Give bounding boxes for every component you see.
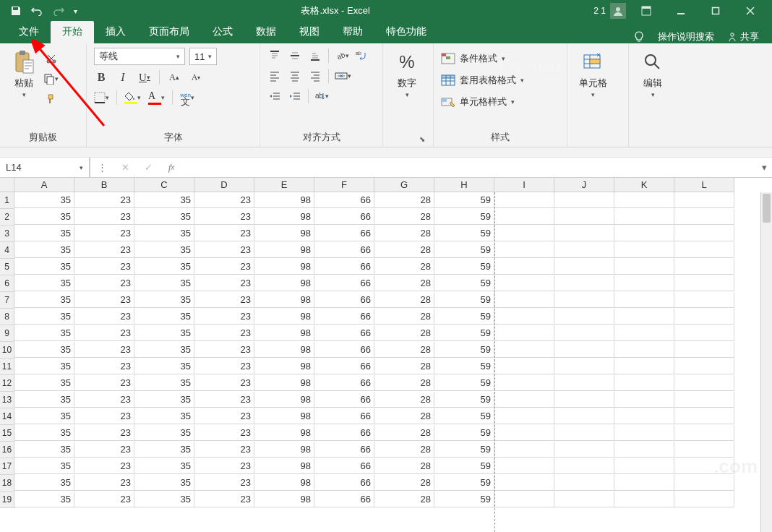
cell[interactable] [554, 325, 614, 341]
minimize-icon[interactable] [666, 1, 695, 20]
cell[interactable]: 35 [14, 342, 74, 358]
cell[interactable]: 98 [254, 192, 314, 208]
cell[interactable]: 98 [254, 292, 314, 308]
row-header[interactable]: 7 [0, 292, 14, 309]
row-header[interactable]: 15 [0, 425, 14, 442]
cell[interactable] [554, 259, 614, 275]
cell[interactable] [674, 309, 734, 325]
cell[interactable]: 98 [254, 359, 314, 374]
cell[interactable] [554, 226, 614, 241]
cell[interactable]: 35 [14, 492, 74, 507]
cell[interactable] [554, 425, 614, 441]
cell[interactable]: 23 [74, 342, 134, 358]
tab-insert[interactable]: 插入 [94, 21, 137, 43]
cell[interactable]: 59 [434, 392, 494, 408]
cell[interactable] [494, 292, 554, 308]
maximize-icon[interactable] [701, 1, 730, 20]
cell[interactable]: 23 [74, 492, 134, 507]
ribbon-display-options-icon[interactable] [632, 1, 661, 20]
cell[interactable] [674, 375, 734, 391]
row-header[interactable]: 5 [0, 259, 14, 275]
cell[interactable]: 66 [314, 408, 374, 424]
cell[interactable]: 23 [194, 359, 254, 374]
cell[interactable]: 23 [74, 226, 134, 241]
cell[interactable]: 28 [374, 242, 434, 258]
cell[interactable]: 35 [134, 259, 194, 275]
column-header[interactable]: I [494, 178, 554, 192]
column-header[interactable]: B [74, 178, 134, 192]
cell[interactable] [614, 492, 674, 507]
cell[interactable]: 23 [74, 408, 134, 424]
increase-font-size-icon[interactable]: A▴ [167, 69, 181, 85]
cell[interactable]: 23 [194, 392, 254, 408]
cell[interactable]: 59 [434, 242, 494, 258]
cell[interactable]: 66 [314, 275, 374, 291]
cell[interactable]: 28 [374, 475, 434, 491]
cell[interactable]: 35 [134, 408, 194, 424]
row-header[interactable]: 6 [0, 275, 14, 292]
tab-formulas[interactable]: 公式 [201, 21, 244, 43]
italic-button[interactable]: I [116, 69, 130, 85]
cell[interactable] [554, 209, 614, 225]
cell[interactable] [494, 475, 554, 491]
cell[interactable]: 23 [74, 375, 134, 391]
cell[interactable]: 66 [314, 392, 374, 408]
cell[interactable]: 59 [434, 359, 494, 374]
select-all-corner[interactable] [0, 178, 14, 192]
row-header[interactable]: 8 [0, 309, 14, 325]
row-header[interactable]: 1 [0, 192, 14, 209]
number-dialog-launcher-icon[interactable]: ⬊ [417, 134, 427, 144]
cell[interactable]: 35 [134, 192, 194, 208]
cell[interactable]: 23 [74, 309, 134, 325]
cell[interactable]: 66 [314, 425, 374, 441]
close-icon[interactable] [736, 1, 765, 20]
cell[interactable]: 98 [254, 458, 314, 474]
cell[interactable] [614, 342, 674, 358]
align-middle-icon[interactable] [288, 48, 302, 64]
cell[interactable]: 35 [14, 475, 74, 491]
cell[interactable] [614, 192, 674, 208]
cell[interactable]: 28 [374, 375, 434, 391]
enter-formula-icon[interactable]: ✓ [137, 158, 160, 177]
cell[interactable] [494, 226, 554, 241]
font-color-icon[interactable]: A [148, 90, 165, 106]
cell[interactable]: 35 [134, 492, 194, 507]
align-right-icon[interactable] [308, 68, 322, 84]
cancel-formula-icon[interactable]: ✕ [113, 158, 137, 177]
cell[interactable]: 59 [434, 292, 494, 308]
align-left-icon[interactable] [267, 68, 282, 84]
underline-button[interactable]: U [137, 69, 152, 85]
cell[interactable]: 66 [314, 492, 374, 507]
decrease-indent-icon[interactable] [267, 88, 282, 104]
formula-input[interactable] [183, 158, 756, 177]
row-header[interactable]: 13 [0, 392, 14, 408]
cells-button[interactable]: 单元格 ▾ [575, 48, 612, 100]
undo-icon[interactable] [30, 6, 43, 16]
cell[interactable]: 23 [74, 259, 134, 275]
cell[interactable]: 28 [374, 342, 434, 358]
cell[interactable] [494, 275, 554, 291]
cell[interactable] [674, 458, 734, 474]
bold-button[interactable]: B [94, 69, 108, 85]
cell[interactable]: 28 [374, 226, 434, 241]
cell[interactable]: 35 [134, 458, 194, 474]
cell[interactable] [554, 475, 614, 491]
cell[interactable]: 35 [134, 442, 194, 458]
cell[interactable]: 35 [134, 292, 194, 308]
cell[interactable]: 66 [314, 342, 374, 358]
align-bottom-icon[interactable] [308, 48, 322, 64]
tab-data[interactable]: 数据 [244, 21, 288, 43]
format-as-table-button[interactable]: 套用表格格式 [441, 71, 524, 90]
cell[interactable] [614, 209, 674, 225]
increase-indent-icon[interactable] [288, 88, 302, 104]
cell[interactable] [494, 442, 554, 458]
fx-icon[interactable]: fx [160, 158, 183, 177]
cell[interactable]: 28 [374, 292, 434, 308]
cell[interactable]: 23 [194, 226, 254, 241]
cell[interactable] [554, 292, 614, 308]
cell[interactable] [554, 359, 614, 374]
cell[interactable]: 23 [74, 242, 134, 258]
column-header[interactable]: J [554, 178, 614, 192]
cell[interactable] [554, 408, 614, 424]
number-format-button[interactable]: % 数字 ▾ [390, 48, 424, 100]
